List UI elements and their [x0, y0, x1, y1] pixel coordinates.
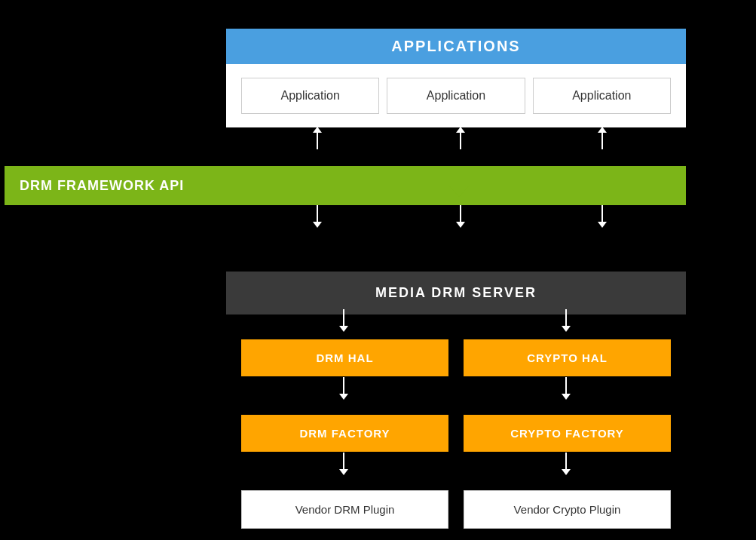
drm-framework-bar: DRM FRAMEWORK API [5, 166, 686, 205]
applications-block: APPLICATIONS Application Application App… [226, 29, 686, 127]
arrow-factory-to-vendor-left [339, 453, 348, 475]
drm-framework-label: DRM FRAMEWORK API [20, 178, 184, 194]
arrow-down-middle [456, 205, 465, 228]
vendor-drm-plugin-box: Vendor DRM Plugin [241, 490, 448, 529]
crypto-hal-box: CRYPTO HAL [464, 339, 671, 376]
crypto-factory-box: CRYPTO FACTORY [464, 415, 671, 452]
vendor-crypto-plugin-box: Vendor Crypto Plugin [464, 490, 671, 529]
vendor-row: Vendor DRM Plugin Vendor Crypto Plugin [226, 490, 686, 529]
arrow-server-to-hal-left [339, 309, 348, 332]
arrow-down-left [313, 205, 322, 228]
applications-body: Application Application Application [226, 64, 686, 127]
arrow-up-left [313, 127, 322, 149]
arrow-up-middle [456, 127, 465, 149]
arrow-down-right [598, 205, 607, 228]
arrow-hal-to-factory-left [339, 377, 348, 400]
applications-header: APPLICATIONS [226, 29, 686, 64]
arrow-factory-to-vendor-right [562, 453, 571, 475]
arrow-server-to-hal-right [562, 309, 571, 332]
drm-factory-box: DRM FACTORY [241, 415, 448, 452]
drm-framework-notch [448, 185, 470, 197]
app-box-2: Application [387, 78, 525, 114]
hal-row: DRM HAL CRYPTO HAL [226, 339, 686, 376]
diagram-container: APPLICATIONS Application Application App… [0, 15, 756, 540]
app-box-1: Application [241, 78, 379, 114]
app-box-3: Application [533, 78, 671, 114]
arrow-up-right [598, 127, 607, 149]
drm-hal-box: DRM HAL [241, 339, 448, 376]
factory-row: DRM FACTORY CRYPTO FACTORY [226, 415, 686, 452]
arrow-hal-to-factory-right [562, 377, 571, 400]
media-drm-server: MEDIA DRM SERVER [226, 272, 686, 314]
